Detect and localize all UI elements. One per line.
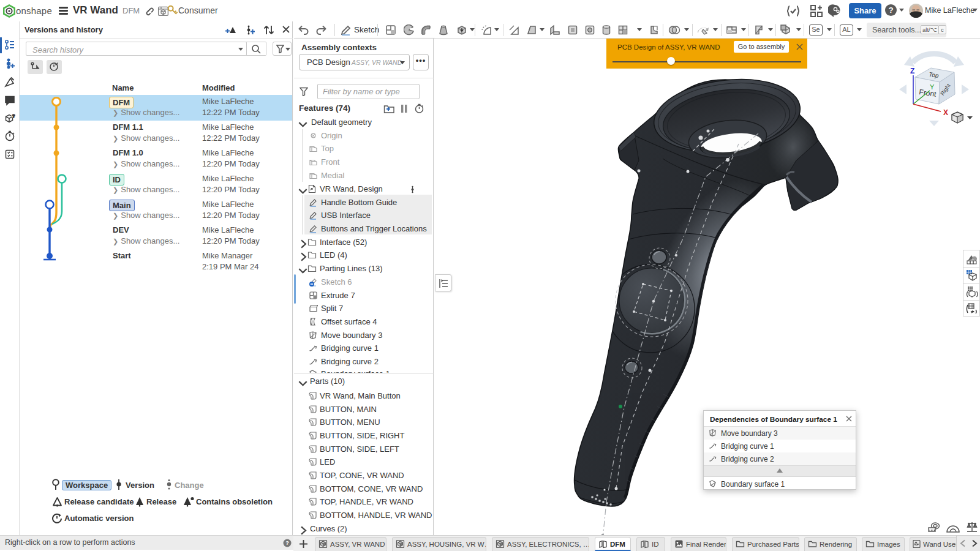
svg-text:?: ? xyxy=(888,6,893,15)
svg-text:Y: Y xyxy=(930,83,935,91)
svg-text:Z: Z xyxy=(910,67,914,75)
svg-text:Top: Top xyxy=(929,71,940,79)
svg-text:?: ? xyxy=(12,113,15,119)
svg-text:X: X xyxy=(943,108,948,117)
svg-text:?: ? xyxy=(285,540,289,546)
